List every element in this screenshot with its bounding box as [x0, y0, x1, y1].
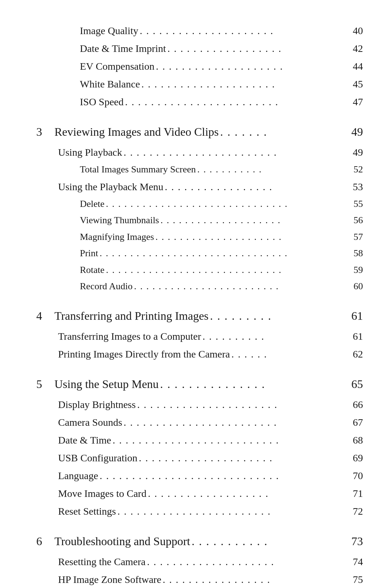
- page-num: 69: [348, 449, 363, 467]
- page-num: 59: [348, 262, 363, 278]
- entry-text: Transferring Images to a Computer: [58, 327, 201, 345]
- entry-text: Date & Time: [58, 431, 111, 449]
- entry-text: Rotate: [80, 262, 105, 278]
- dots: . . . . . . . . . . . . . . . . . . .: [148, 485, 347, 502]
- toc-entry: Date & Time . . . . . . . . . . . . . . …: [36, 431, 363, 449]
- toc-content: Image Quality . . . . . . . . . . . . . …: [29, 22, 363, 588]
- toc-entry: Camera Sounds . . . . . . . . . . . . . …: [36, 413, 363, 431]
- page-num: 65: [348, 374, 363, 394]
- toc-entry: Printing Images Directly from the Camera…: [36, 345, 363, 363]
- toc-entry: Display Brightness . . . . . . . . . . .…: [36, 396, 363, 413]
- page-container: Image Quality . . . . . . . . . . . . . …: [0, 0, 392, 588]
- toc-entry: Print . . . . . . . . . . . . . . . . . …: [36, 245, 363, 262]
- dots: . . . . . . . . . .: [203, 327, 347, 345]
- toc-entry: Resetting the Camera . . . . . . . . . .…: [36, 553, 363, 571]
- dots: . . . . . .: [232, 345, 347, 363]
- dots: . . . . . . . . . . . . . . . . . . . . …: [155, 229, 347, 245]
- dots: . . . . . . . . . . . . . . . . . . . . …: [99, 467, 347, 485]
- toc-entry: EV Compensation . . . . . . . . . . . . …: [36, 57, 363, 75]
- dots: . . . . . . . . . . . . . . . . . . . . …: [134, 278, 347, 295]
- toc-entry: Date & Time Imprint . . . . . . . . . . …: [36, 40, 363, 57]
- dots: . . . . . . . . . . . . . . . . .: [165, 178, 347, 196]
- dots: . . . . . . . . . . . . . . . . . . . . …: [142, 75, 347, 93]
- toc-entry: Transferring Images to a Computer . . . …: [36, 327, 363, 345]
- entry-text: Resetting the Camera: [58, 553, 146, 571]
- chapter-number: 3: [36, 122, 54, 142]
- entry-text: White Balance: [80, 75, 140, 93]
- page-num: 67: [348, 413, 363, 431]
- toc-entry: White Balance . . . . . . . . . . . . . …: [36, 75, 363, 93]
- group-5: 5 Using the Setup Menu . . . . . . . . .…: [36, 374, 363, 520]
- chapter-entry: 4 Transferring and Printing Images . . .…: [36, 306, 363, 326]
- page-num: 75: [348, 571, 363, 588]
- entry-text: Move Images to Card: [58, 485, 146, 502]
- dots: . . . . . . . . . . . . . . . . . . . . …: [124, 413, 347, 431]
- toc-entry: Magnifying Images . . . . . . . . . . . …: [36, 229, 363, 245]
- entry-text: Language: [58, 467, 98, 485]
- entry-text: Magnifying Images: [80, 229, 154, 245]
- dots: . . . . . . . . . . . . . . . . . . . .: [156, 57, 347, 75]
- entry-text: Reset Settings: [58, 502, 116, 520]
- page-num: 52: [348, 161, 363, 178]
- page-num: 44: [348, 57, 363, 75]
- page-num: 74: [348, 553, 363, 571]
- page-num: 72: [348, 502, 363, 520]
- dots: . . . . . . . . . . .: [197, 161, 347, 178]
- entry-text: Camera Sounds: [58, 413, 122, 431]
- dots: . . . . . . .: [220, 122, 347, 142]
- page-num: 60: [348, 278, 363, 295]
- entry-text: EV Compensation: [80, 57, 155, 75]
- dots: . . . . . . . . . . . . . . . . . . . .: [147, 553, 347, 571]
- page-num: 70: [348, 467, 363, 485]
- chapter-number: 4: [36, 306, 54, 326]
- dots: . . . . . . . . . . . . . . . . . .: [167, 40, 347, 57]
- page-num: 55: [348, 196, 363, 212]
- dots: . . . . . . . . . . . . . . . . . . . . …: [106, 196, 347, 212]
- chapter-entry: 5 Using the Setup Menu . . . . . . . . .…: [36, 374, 363, 394]
- dots: . . . . . . . . . . .: [192, 531, 347, 551]
- group-3: 3 Reviewing Images and Video Clips . . .…: [36, 122, 363, 295]
- page-num: 61: [348, 327, 363, 345]
- page-num: 71: [348, 485, 363, 502]
- toc-entry: Using Playback . . . . . . . . . . . . .…: [36, 143, 363, 161]
- toc-entry: USB Configuration . . . . . . . . . . . …: [36, 449, 363, 467]
- page-num: 49: [348, 143, 363, 161]
- entry-text: Printing Images Directly from the Camera: [58, 345, 230, 363]
- toc-entry: Image Quality . . . . . . . . . . . . . …: [36, 22, 363, 40]
- entry-text: Total Images Summary Screen: [80, 161, 196, 178]
- entry-text: Record Audio: [80, 278, 132, 295]
- toc-entry: HP Image Zone Software . . . . . . . . .…: [36, 571, 363, 588]
- page-num: 47: [348, 93, 363, 111]
- entry-text: Image Quality: [80, 22, 138, 40]
- page-num: 40: [348, 22, 363, 40]
- toc-entry: Record Audio . . . . . . . . . . . . . .…: [36, 278, 363, 295]
- entry-text: USB Configuration: [58, 449, 138, 467]
- toc-entry: ISO Speed . . . . . . . . . . . . . . . …: [36, 93, 363, 111]
- entry-text: Display Brightness: [58, 396, 136, 413]
- entry-text: Troubleshooting and Support: [54, 531, 190, 551]
- toc-entry: Rotate . . . . . . . . . . . . . . . . .…: [36, 262, 363, 278]
- entry-text: Using the Setup Menu: [54, 374, 159, 394]
- toc-entry: Move Images to Card . . . . . . . . . . …: [36, 485, 363, 502]
- dots: . . . . . . . . . . . . . . . . . . . .: [160, 212, 347, 229]
- page-num: 45: [348, 75, 363, 93]
- entry-text: Date & Time Imprint: [80, 40, 166, 57]
- page-num: 57: [348, 229, 363, 245]
- dots: . . . . . . . . . . . . . . . . . . . . …: [140, 22, 347, 40]
- toc-entry: Using the Playback Menu . . . . . . . . …: [36, 178, 363, 196]
- entry-text: Using the Playback Menu: [58, 178, 163, 196]
- entry-text: Using Playback: [58, 143, 122, 161]
- entry-text: ISO Speed: [80, 93, 124, 111]
- entry-text: Delete: [80, 196, 105, 212]
- page-num: 68: [348, 431, 363, 449]
- entry-text: HP Image Zone Software: [58, 571, 161, 588]
- toc-entry: Viewing Thumbnails . . . . . . . . . . .…: [36, 212, 363, 229]
- entry-text: Print: [80, 245, 98, 262]
- page-num: 62: [348, 345, 363, 363]
- page-num: 42: [348, 40, 363, 57]
- page-num: 66: [348, 396, 363, 413]
- toc-entry: Reset Settings . . . . . . . . . . . . .…: [36, 502, 363, 520]
- dots: . . . . . . . . . . . . . . . . . . . . …: [124, 143, 347, 161]
- group-6: 6 Troubleshooting and Support . . . . . …: [36, 531, 363, 588]
- group-4: 4 Transferring and Printing Images . . .…: [36, 306, 363, 363]
